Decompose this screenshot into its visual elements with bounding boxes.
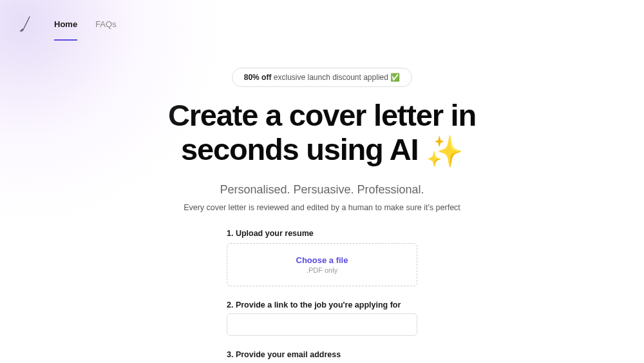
hero-title: Create a cover letter in seconds using A… (168, 99, 476, 169)
main: 80% off exclusive launch discount applie… (0, 48, 644, 363)
upload-box[interactable]: Choose a file .PDF only (227, 243, 417, 286)
upload-hint: .PDF only (227, 266, 417, 274)
hero-subtitle: Personalised. Persuasive. Professional. (220, 183, 424, 197)
choose-file-button[interactable]: Choose a file (227, 255, 417, 265)
job-link-input[interactable] (227, 313, 417, 336)
hero-line1: Create a cover letter in (168, 98, 476, 132)
form: 1. Upload your resume Choose a file .PDF… (227, 229, 417, 363)
promo-text: exclusive launch discount applied ✅ (271, 73, 400, 82)
step2-label: 2. Provide a link to the job you're appl… (227, 300, 417, 309)
sparkle-icon: ✨ (426, 135, 463, 169)
promo-pill: 80% off exclusive launch discount applie… (232, 68, 412, 87)
hero-line2: seconds using AI (181, 132, 426, 166)
pen-logo-icon (18, 15, 33, 34)
nav: Home FAQs (54, 12, 117, 37)
nav-home[interactable]: Home (54, 12, 77, 37)
header: Home FAQs (0, 0, 644, 48)
step3-label: 3. Provide your email address (227, 350, 417, 359)
nav-faqs[interactable]: FAQs (95, 12, 117, 37)
step1-label: 1. Upload your resume (227, 229, 417, 238)
promo-bold: 80% off (244, 73, 272, 82)
hero-description: Every cover letter is reviewed and edite… (184, 203, 460, 212)
